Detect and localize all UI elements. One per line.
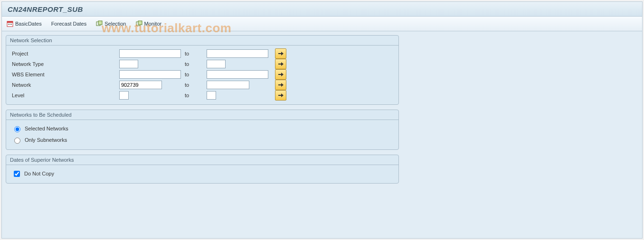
arrow-right-icon	[278, 93, 284, 98]
svg-rect-8	[138, 21, 142, 25]
only-subnetworks-label: Only Subnetworks	[25, 137, 67, 143]
level-to-input[interactable]	[207, 91, 216, 100]
group-title-scheduled: Networks to Be Scheduled	[6, 110, 398, 119]
selection-button[interactable]: Selection	[96, 20, 126, 27]
group-superior-dates: Dates of Superior Networks Do Not Copy	[6, 155, 399, 184]
row-wbs-element: WBS Element to	[6, 69, 398, 80]
title-bar: CN24NREPORT_SUB	[2, 2, 642, 17]
content-area: Network Selection Project to Network Typ…	[2, 31, 642, 238]
only-subnetworks-radio[interactable]	[14, 138, 20, 144]
page-title: CN24NREPORT_SUB	[8, 5, 83, 13]
svg-rect-2	[8, 24, 9, 25]
selection-label: Selection	[104, 21, 126, 27]
group-networks-scheduled: Networks to Be Scheduled Selected Networ…	[6, 110, 399, 150]
project-to-input[interactable]	[207, 49, 268, 58]
svg-rect-1	[7, 21, 13, 23]
network-type-to-input[interactable]	[207, 60, 226, 68]
level-multiselect-button[interactable]	[275, 90, 286, 101]
network-to-input[interactable]	[207, 81, 249, 89]
row-network: Network to	[6, 80, 398, 90]
to-label: to	[184, 82, 204, 88]
to-label: to	[184, 51, 204, 56]
project-multiselect-button[interactable]	[275, 48, 286, 59]
monitor-label: Monitor	[144, 21, 162, 27]
selection-icon	[96, 20, 103, 27]
project-from-input[interactable]	[119, 49, 181, 58]
application-toolbar: BasicDates Forecast Dates Selection Moni…	[2, 17, 642, 31]
label-network: Network	[10, 82, 116, 88]
network-type-multiselect-button[interactable]	[275, 59, 286, 69]
calendar-icon	[7, 20, 13, 27]
basic-dates-label: BasicDates	[15, 21, 42, 27]
selected-networks-label: Selected Networks	[25, 126, 68, 131]
monitor-button[interactable]: Monitor	[136, 20, 162, 27]
row-do-not-copy: Do Not Copy	[6, 168, 398, 179]
svg-rect-3	[9, 24, 10, 25]
arrow-right-icon	[278, 62, 284, 66]
network-multiselect-button[interactable]	[275, 80, 286, 90]
selected-networks-radio[interactable]	[14, 126, 20, 132]
svg-rect-6	[98, 21, 102, 25]
do-not-copy-label: Do Not Copy	[24, 171, 54, 176]
arrow-right-icon	[278, 51, 284, 56]
do-not-copy-checkbox[interactable]	[14, 171, 20, 177]
row-level: Level to	[6, 90, 398, 101]
svg-rect-4	[11, 24, 12, 25]
label-project: Project	[10, 51, 116, 56]
to-label: to	[184, 92, 204, 98]
label-level: Level	[10, 92, 116, 98]
row-selected-networks: Selected Networks	[6, 123, 398, 134]
to-label: to	[184, 72, 204, 77]
arrow-right-icon	[278, 83, 284, 87]
wbs-multiselect-button[interactable]	[275, 69, 286, 80]
row-project: Project to	[6, 48, 398, 59]
label-wbs-element: WBS Element	[10, 72, 116, 77]
level-from-input[interactable]	[119, 91, 129, 100]
basic-dates-button[interactable]: BasicDates	[7, 20, 42, 27]
network-type-from-input[interactable]	[119, 60, 138, 68]
sap-window: CN24NREPORT_SUB BasicDates Forecast Date…	[1, 1, 643, 239]
to-label: to	[184, 61, 204, 67]
divider	[6, 120, 398, 120]
group-title-superior: Dates of Superior Networks	[6, 155, 398, 164]
wbs-to-input[interactable]	[207, 70, 268, 79]
forecast-dates-label: Forecast Dates	[51, 21, 87, 27]
arrow-right-icon	[278, 72, 284, 77]
group-title-network-selection: Network Selection	[6, 36, 398, 44]
label-network-type: Network Type	[10, 61, 116, 67]
row-network-type: Network Type to	[6, 59, 398, 69]
forecast-dates-button[interactable]: Forecast Dates	[51, 21, 87, 27]
wbs-from-input[interactable]	[119, 70, 181, 79]
divider	[6, 165, 398, 165]
divider	[6, 45, 398, 46]
row-only-subnetworks: Only Subnetworks	[6, 134, 398, 146]
monitor-icon	[136, 20, 142, 27]
group-network-selection: Network Selection Project to Network Typ…	[6, 35, 399, 105]
network-from-input[interactable]	[119, 81, 162, 89]
